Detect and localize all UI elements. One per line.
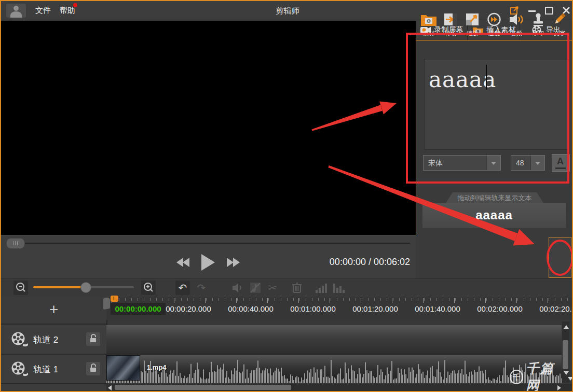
- chevron-down-icon: [535, 162, 540, 165]
- watermark-caret-icon: [568, 377, 573, 381]
- tool-speed[interactable]: 速度: [484, 12, 504, 37]
- ruler-label: 00:01:40.000: [404, 304, 471, 313]
- font-size-select[interactable]: 48: [511, 155, 545, 171]
- font-size-dropdown-button[interactable]: [530, 156, 544, 170]
- text-preview-value: aaaaa: [475, 208, 513, 222]
- seek-bar[interactable]: [7, 243, 410, 244]
- ruler-label: 00:02:20.000: [528, 304, 572, 313]
- ruler-label: 00:01:00.000: [279, 304, 347, 313]
- timeline-zoom-in-button[interactable]: [141, 281, 156, 295]
- track-2-label: 轨道 2: [33, 334, 58, 346]
- remove-audio-button[interactable]: [249, 282, 263, 296]
- tool-material[interactable]: 素材: [418, 12, 439, 37]
- unlock-icon: [86, 362, 100, 375]
- track-2-lock-button[interactable]: [86, 332, 100, 346]
- mute-button[interactable]: [231, 282, 245, 296]
- track-1-label: 轨道 1: [33, 363, 58, 375]
- film-reel-icon: [10, 360, 29, 377]
- tool-speed-label: 速度: [484, 30, 504, 37]
- tool-watermark[interactable]: 水印: [528, 12, 549, 37]
- ruler-ticks-major: [106, 298, 572, 303]
- track-2-lane[interactable]: [106, 325, 562, 355]
- tool-transition[interactable]: 转场: [440, 12, 461, 37]
- tool-scale-label: 缩放: [462, 30, 483, 37]
- font-family-dropdown-button[interactable]: [486, 156, 500, 170]
- playhead-marker[interactable]: [111, 296, 118, 302]
- zoom-out-icon: [13, 281, 28, 295]
- scale-icon: [464, 12, 481, 26]
- folder-icon: [420, 12, 437, 26]
- tool-material-label: 素材: [418, 30, 439, 37]
- watermark-text: 千篇网: [526, 360, 565, 392]
- unlock-icon: [86, 332, 100, 346]
- text-input-area[interactable]: aaaaa: [424, 59, 568, 150]
- fade-in-button[interactable]: [315, 282, 328, 296]
- clip-name: 1.mp4: [147, 363, 167, 371]
- tool-watermark-label: 水印: [528, 30, 549, 37]
- font-family-value: 宋体: [428, 159, 443, 168]
- video-preview[interactable]: [1, 21, 416, 235]
- horizontal-scrollbar-thumb[interactable]: [115, 385, 291, 390]
- tool-text-label: 文字: [549, 30, 570, 37]
- color-underline: [555, 167, 566, 169]
- seek-handle[interactable]: [6, 238, 25, 249]
- play-button[interactable]: [201, 254, 215, 271]
- chevron-down-icon: [491, 162, 496, 165]
- font-family-select[interactable]: 宋体: [423, 155, 501, 171]
- track-1-lane[interactable]: [106, 355, 562, 383]
- ruler-label: 00:01:20.000: [342, 304, 409, 313]
- transition-icon: [442, 12, 459, 26]
- watermark-logo: 千: [510, 370, 523, 384]
- music-off-icon: [249, 282, 263, 294]
- speaker-icon: [508, 12, 525, 26]
- tool-text-selected-frame: [549, 237, 571, 278]
- timeline-zoom-slider-handle[interactable]: [80, 282, 91, 293]
- ruler-label: 00:00:40.000: [217, 304, 284, 313]
- fade-out-button[interactable]: [332, 282, 346, 296]
- stamp-icon: [530, 12, 547, 26]
- ruler-label: 00:00:20.000: [155, 304, 222, 313]
- drag-hint-tab: 拖动到编辑轨来显示文本: [445, 192, 544, 204]
- scroll-up-icon[interactable]: [564, 325, 569, 329]
- bars-descending-icon: [332, 282, 346, 294]
- pencil-icon: [551, 12, 568, 26]
- timeline-zoom-out-button[interactable]: [13, 281, 28, 295]
- minimize-icon: [528, 10, 536, 12]
- font-color-icon: A: [557, 156, 564, 167]
- tool-scale[interactable]: 缩放: [462, 12, 483, 37]
- font-color-button[interactable]: A: [552, 154, 570, 172]
- delete-button[interactable]: [291, 282, 304, 296]
- text-caret: [486, 65, 487, 90]
- font-size-value: 48: [516, 159, 524, 167]
- undo-button[interactable]: ↶: [175, 281, 190, 295]
- tool-transition-label: 转场: [440, 30, 461, 37]
- film-reel-icon: [10, 331, 29, 347]
- ruler-edge-marker: [103, 297, 110, 310]
- track-1-lock-button[interactable]: [86, 362, 100, 375]
- tool-audio-label: 音频: [506, 30, 527, 37]
- zoom-in-icon: [141, 281, 156, 295]
- speaker-muted-icon: [231, 282, 245, 294]
- text-preview-card[interactable]: aaaaa: [422, 203, 566, 228]
- timeline-zoom-slider-fill: [33, 286, 85, 288]
- tool-text[interactable]: 文字: [549, 12, 570, 37]
- time-display: 00:00:00 / 00:06:02: [291, 257, 410, 268]
- speed-icon: [486, 12, 502, 26]
- trash-icon: [291, 282, 304, 294]
- tool-audio[interactable]: 音频: [506, 12, 527, 37]
- clip-thumbnail[interactable]: [107, 356, 140, 380]
- track-header-2[interactable]: 轨道 2: [1, 325, 106, 355]
- audio-waveform: [106, 356, 562, 383]
- bars-ascending-icon: [315, 282, 328, 294]
- redo-button[interactable]: ↷: [194, 281, 209, 295]
- ruler-label: 00:02:00.000: [466, 304, 534, 313]
- track-header-1[interactable]: 轨道 1: [1, 355, 106, 384]
- cut-button[interactable]: ✂: [265, 281, 280, 295]
- site-watermark: 千 千篇网: [510, 369, 573, 385]
- scroll-left-icon[interactable]: [108, 385, 112, 390]
- timeline-ruler[interactable]: 00:00:00.000 00:00:20.000 00:00:40.000 0…: [106, 297, 572, 320]
- app-window: 文件 帮助 剪辑师 录制屏幕: [0, 0, 573, 392]
- add-track-button[interactable]: +: [1, 297, 106, 325]
